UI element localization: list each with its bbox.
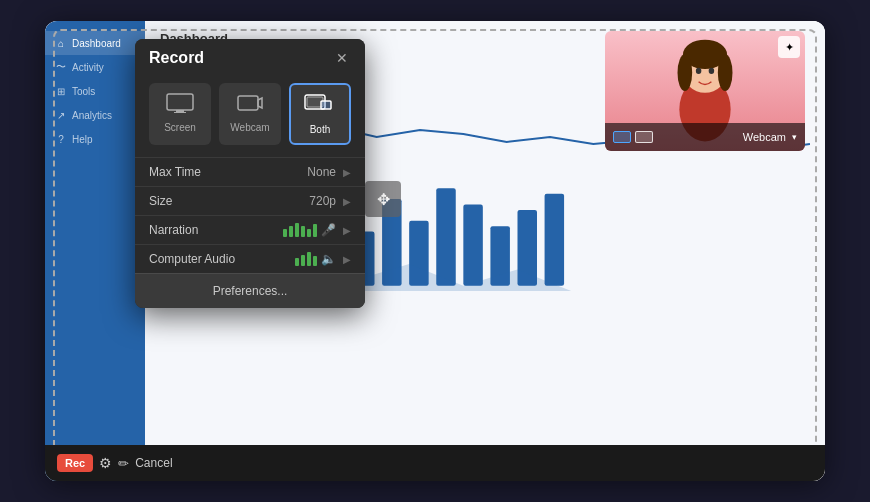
sidebar-item-help[interactable]: ? Help — [45, 127, 145, 151]
narration-row[interactable]: Narration 🎤 ▶ — [135, 215, 365, 244]
home-icon: ⌂ — [55, 37, 67, 49]
vol-bar — [295, 223, 299, 237]
size-label: Size — [149, 194, 239, 208]
mode-webcam-label: Webcam — [230, 122, 269, 133]
svg-rect-26 — [176, 110, 184, 112]
webcam-label: Webcam — [743, 131, 786, 143]
vol-bar — [289, 226, 293, 237]
sidebar-item-label: Help — [72, 134, 93, 145]
vol-bar — [313, 256, 317, 266]
vol-bar — [301, 255, 305, 266]
max-time-label: Max Time — [149, 165, 239, 179]
narration-arrow: ▶ — [343, 225, 351, 236]
record-panel-header: Record ✕ — [135, 39, 365, 75]
cancel-button[interactable]: Cancel — [135, 456, 172, 470]
gear-button[interactable]: ⚙ — [99, 455, 112, 471]
mode-both-label: Both — [310, 124, 331, 135]
screen-icon-2 — [635, 131, 653, 143]
analytics-icon: ↗ — [55, 109, 67, 121]
record-title: Record — [149, 49, 204, 67]
size-arrow: ▶ — [343, 196, 351, 207]
mode-buttons-group: Screen Webcam — [135, 75, 365, 157]
max-time-arrow: ▶ — [343, 167, 351, 178]
mode-webcam-button[interactable]: Webcam — [219, 83, 281, 145]
tools-icon: ⊞ — [55, 85, 67, 97]
mode-both-button[interactable]: Both — [289, 83, 351, 145]
max-time-value: None ▶ — [307, 165, 351, 179]
vol-bar — [295, 258, 299, 266]
svg-point-22 — [718, 54, 733, 91]
computer-audio-arrow: ▶ — [343, 254, 351, 265]
svg-rect-14 — [463, 204, 483, 285]
max-time-row[interactable]: Max Time None ▶ — [135, 157, 365, 186]
webcam-magic-button[interactable]: ✦ — [778, 36, 800, 58]
sidebar-item-label: Dashboard — [72, 38, 121, 49]
preferences-button[interactable]: Preferences... — [135, 273, 365, 308]
svg-rect-25 — [167, 94, 193, 110]
both-mode-icon — [304, 93, 336, 120]
mic-icon: 🎤 — [321, 223, 336, 237]
size-value: 720p ▶ — [309, 194, 351, 208]
svg-point-24 — [709, 68, 715, 74]
screen-icon — [166, 93, 194, 118]
sidebar: ⌂ Dashboard 〜 Activity ⊞ Tools ↗ Analyti… — [45, 21, 145, 481]
webcam-mode-icon — [236, 93, 264, 118]
vol-bar — [307, 252, 311, 266]
sidebar-item-label: Activity — [72, 62, 104, 73]
activity-icon: 〜 — [55, 61, 67, 73]
sidebar-item-analytics[interactable]: ↗ Analytics — [45, 103, 145, 127]
computer-audio-value: 🔈 ▶ — [295, 252, 351, 266]
sidebar-item-tools[interactable]: ⊞ Tools — [45, 79, 145, 103]
vol-bar — [313, 224, 317, 237]
svg-point-23 — [696, 68, 702, 74]
svg-rect-17 — [545, 194, 565, 286]
computer-audio-volume-bars — [295, 252, 317, 266]
vol-bar — [283, 229, 287, 237]
sidebar-item-activity[interactable]: 〜 Activity — [45, 55, 145, 79]
move-icon[interactable]: ✥ — [365, 181, 401, 217]
narration-value: 🎤 ▶ — [283, 223, 351, 237]
main-window: ⌂ Dashboard 〜 Activity ⊞ Tools ↗ Analyti… — [45, 21, 825, 481]
svg-rect-28 — [238, 96, 258, 110]
screen-icons — [613, 131, 653, 143]
mode-screen-button[interactable]: Screen — [149, 83, 211, 145]
size-row[interactable]: Size 720p ▶ — [135, 186, 365, 215]
speaker-icon: 🔈 — [321, 252, 336, 266]
svg-marker-29 — [258, 98, 262, 108]
webcam-preview: ✦ Webcam ▾ — [605, 31, 805, 151]
record-panel: Record ✕ Screen — [135, 39, 365, 308]
svg-rect-32 — [321, 101, 331, 109]
sidebar-item-label: Tools — [72, 86, 95, 97]
mode-screen-label: Screen — [164, 122, 196, 133]
sidebar-item-label: Analytics — [72, 110, 112, 121]
vol-bar — [307, 229, 311, 237]
webcam-bottom-bar: Webcam ▾ — [605, 123, 805, 151]
computer-audio-label: Computer Audio — [149, 252, 239, 266]
sidebar-item-dashboard[interactable]: ⌂ Dashboard — [45, 31, 145, 55]
help-icon: ? — [55, 133, 67, 145]
vol-bar — [301, 226, 305, 237]
narration-label: Narration — [149, 223, 239, 237]
narration-volume-bars — [283, 223, 317, 237]
rec-button[interactable]: Rec — [57, 454, 93, 472]
bottom-bar: Rec ⚙ ✏ Cancel — [45, 445, 825, 481]
svg-rect-13 — [436, 188, 456, 285]
pencil-button[interactable]: ✏ — [118, 456, 129, 471]
svg-point-21 — [678, 54, 693, 91]
webcam-chevron-icon: ▾ — [792, 132, 797, 142]
computer-audio-row[interactable]: Computer Audio 🔈 ▶ — [135, 244, 365, 273]
screen-icon-1 — [613, 131, 631, 143]
record-close-button[interactable]: ✕ — [333, 49, 351, 67]
svg-rect-27 — [174, 112, 186, 113]
